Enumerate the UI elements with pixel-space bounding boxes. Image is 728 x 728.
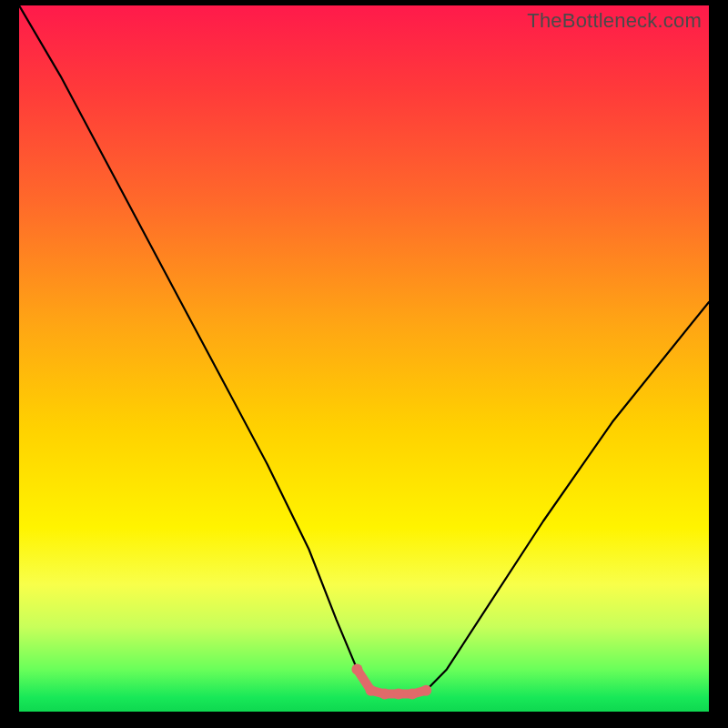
curve-layer	[19, 5, 709, 712]
watermark-text: TheBottleneck.com	[527, 9, 702, 33]
bottleneck-curve	[19, 5, 709, 694]
highlight-dot	[379, 689, 390, 700]
highlight-dot	[366, 685, 377, 696]
plot-area: TheBottleneck.com	[19, 5, 709, 712]
highlight-dot	[351, 663, 362, 674]
highlight-dot	[420, 685, 431, 696]
highlight-dot	[407, 689, 418, 700]
highlight-dot	[393, 689, 404, 700]
highlight-dots	[351, 663, 431, 699]
highlight-segment	[357, 669, 426, 693]
chart-frame: TheBottleneck.com	[0, 0, 728, 728]
